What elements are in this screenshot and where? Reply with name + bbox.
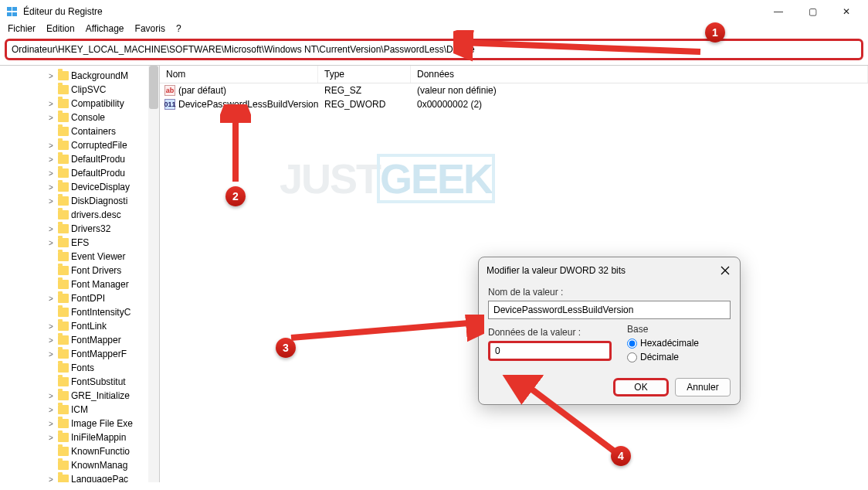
tree-node[interactable]: ClipSVC [5, 83, 159, 97]
dword-value-icon: 011 [164, 99, 175, 110]
header-type[interactable]: Type [318, 66, 411, 83]
folder-icon [58, 85, 69, 94]
watermark-just: JUST [280, 155, 380, 202]
tree-node[interactable]: >Drivers32 [5, 222, 159, 236]
tree-label: FontSubstitut [71, 376, 126, 387]
tree-node[interactable]: >EFS [5, 236, 159, 250]
chevron-icon[interactable]: > [46, 169, 56, 178]
tree-node[interactable]: >DeviceDisplay [5, 180, 159, 194]
tree-pane[interactable]: >BackgroundMClipSVC>Compatibility>Consol… [0, 66, 160, 482]
tree-scrollbar[interactable] [148, 66, 159, 482]
chevron-icon[interactable]: > [46, 350, 56, 359]
svg-rect-3 [12, 12, 17, 16]
tree-node[interactable]: >Compatibility [5, 97, 159, 111]
chevron-icon[interactable]: > [46, 294, 56, 303]
tree-node[interactable]: >DefaultProdu [5, 152, 159, 166]
tree-node[interactable]: >LanguagePac [5, 472, 159, 482]
address-bar[interactable]: Ordinateur\HKEY_LOCAL_MACHINE\SOFTWARE\M… [5, 39, 863, 60]
chevron-icon[interactable]: > [46, 239, 56, 247]
tree-node[interactable]: drivers.desc [5, 208, 159, 222]
cancel-button[interactable]: Annuler [675, 378, 731, 396]
chevron-icon[interactable]: > [46, 114, 56, 122]
tree-node[interactable]: >FontMapperF [5, 347, 159, 361]
folder-icon [58, 266, 69, 275]
tree-node[interactable]: >IniFileMappin [5, 430, 159, 444]
value-row[interactable]: ab(par défaut)REG_SZ(valeur non définie) [160, 83, 868, 97]
menu-edition[interactable]: Edition [46, 23, 75, 34]
chevron-icon[interactable]: > [46, 420, 56, 428]
value-data-input[interactable] [488, 341, 612, 361]
tree-node[interactable]: KnownManag [5, 458, 159, 472]
tree-node[interactable]: >FontDPI [5, 291, 159, 305]
chevron-icon[interactable]: > [46, 322, 56, 331]
header-nom[interactable]: Nom [160, 66, 318, 83]
folder-icon [58, 447, 69, 456]
tree-node[interactable]: >DiskDiagnosti [5, 194, 159, 208]
badge-2: 2 [225, 186, 246, 206]
maximize-button[interactable]: ▢ [795, 0, 829, 23]
tree-node[interactable]: Fonts [5, 361, 159, 375]
menu-favoris[interactable]: Favoris [135, 23, 165, 34]
folder-icon [58, 405, 69, 414]
radio-hex-label: Hexadécimale [640, 338, 699, 349]
radio-dec-label: Décimale [640, 352, 679, 362]
menu-fichier[interactable]: Fichier [8, 23, 36, 34]
chevron-icon[interactable]: > [46, 100, 56, 108]
tree-label: ClipSVC [71, 84, 106, 95]
radio-hex[interactable] [627, 339, 637, 349]
chevron-icon[interactable]: > [46, 197, 56, 206]
tree-node[interactable]: >CorruptedFile [5, 138, 159, 152]
chevron-icon[interactable]: > [46, 183, 56, 192]
close-button[interactable]: ✕ [829, 0, 863, 23]
string-value-icon: ab [164, 85, 175, 96]
tree-node[interactable]: >ICM [5, 403, 159, 417]
folder-icon [58, 335, 69, 345]
titlebar: Éditeur du Registre — ▢ ✕ [0, 0, 868, 23]
arrow-2 [220, 104, 251, 189]
arrow-3 [283, 315, 484, 345]
chevron-icon[interactable]: > [46, 225, 56, 233]
tree-label: Console [71, 112, 105, 123]
tree-node[interactable]: >Image File Exe [5, 417, 159, 430]
chevron-icon[interactable]: > [46, 475, 56, 483]
dialog-close-button[interactable] [718, 264, 732, 277]
tree-node[interactable]: >FontLink [5, 319, 159, 333]
chevron-icon[interactable]: > [46, 406, 56, 414]
tree-label: FontMapper [71, 335, 121, 345]
tree-label: LanguagePac [71, 474, 128, 482]
tree-node[interactable]: >FontMapper [5, 333, 159, 347]
tree-node[interactable]: FontSubstitut [5, 375, 159, 389]
tree-node[interactable]: Font Manager [5, 277, 159, 291]
chevron-icon[interactable]: > [46, 155, 56, 164]
tree-node[interactable]: >BackgroundM [5, 69, 159, 83]
tree-node[interactable]: Font Drivers [5, 264, 159, 277]
menu-affichage[interactable]: Affichage [86, 23, 124, 34]
menu-aide[interactable]: ? [176, 23, 181, 34]
chevron-icon[interactable]: > [46, 72, 56, 80]
tree-node[interactable]: >DefaultProdu [5, 166, 159, 180]
tree-node[interactable]: >Console [5, 111, 159, 124]
folder-icon [58, 238, 69, 247]
tree-node[interactable]: Event Viewer [5, 250, 159, 264]
folder-icon [58, 141, 69, 150]
radio-dec[interactable] [627, 352, 637, 362]
tree-scroll-thumb[interactable] [149, 66, 158, 109]
tree-node[interactable]: >GRE_Initialize [5, 389, 159, 403]
chevron-icon[interactable]: > [46, 434, 56, 442]
value-row[interactable]: 011DevicePasswordLessBuildVersionREG_DWO… [160, 97, 868, 111]
minimize-button[interactable]: — [761, 0, 795, 23]
value-name-label: Nom de la valeur : [488, 287, 731, 298]
tree-label: KnownFunctio [71, 446, 130, 457]
tree-node[interactable]: KnownFunctio [5, 444, 159, 458]
tree-label: FontMapperF [71, 349, 127, 359]
folder-icon [58, 308, 69, 317]
value-name-input[interactable] [488, 301, 731, 319]
tree-label: BackgroundM [71, 70, 128, 81]
chevron-icon[interactable]: > [46, 336, 56, 345]
tree-label: EFS [71, 237, 89, 248]
tree-node[interactable]: FontIntensityC [5, 305, 159, 319]
value-name: (par défaut) [178, 85, 226, 96]
chevron-icon[interactable]: > [46, 392, 56, 400]
tree-node[interactable]: Containers [5, 124, 159, 138]
chevron-icon[interactable]: > [46, 141, 56, 150]
